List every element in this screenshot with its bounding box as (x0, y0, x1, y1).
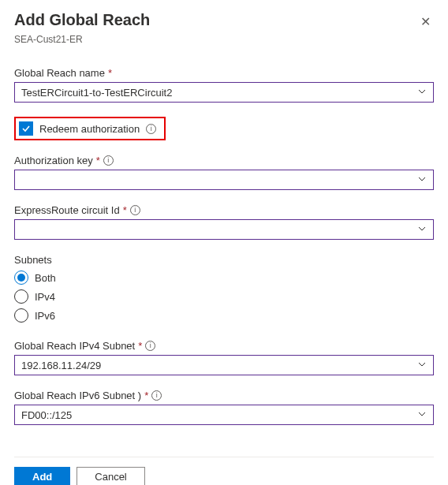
close-icon[interactable]: ✕ (417, 11, 434, 32)
input-value: FD00::/125 (21, 409, 72, 421)
input-value: 192.168.11.24/29 (21, 360, 101, 371)
label-text: Authorization key (14, 155, 93, 166)
authorization-key-label: Authorization key * i (14, 155, 434, 166)
required-indicator: * (123, 204, 127, 216)
radio-indicator (14, 308, 28, 323)
panel-title: Add Global Reach (14, 11, 150, 29)
chevron-down-icon (417, 174, 427, 186)
ipv4-subnet-label: Global Reach IPv4 Subnet * i (14, 340, 434, 352)
expressroute-circuit-id-label: ExpressRoute circuit Id * i (14, 204, 434, 216)
required-indicator: * (138, 340, 142, 352)
redeem-authorization-row[interactable]: Redeem authorization i (14, 117, 166, 140)
chevron-down-icon (417, 409, 427, 421)
radio-indicator (14, 270, 28, 285)
required-indicator: * (144, 390, 148, 401)
subnets-radio-ipv4[interactable]: IPv4 (14, 289, 434, 304)
global-reach-name-label: Global Reach name * (14, 67, 434, 79)
redeem-authorization-checkbox[interactable] (19, 121, 33, 136)
panel-subtitle: SEA-Cust21-ER (14, 34, 434, 45)
radio-label: IPv4 (35, 291, 55, 303)
info-icon[interactable]: i (151, 390, 162, 401)
ipv4-subnet-input[interactable]: 192.168.11.24/29 (14, 355, 434, 375)
global-reach-name-input[interactable]: TestERCircuit1-to-TestERCircuit2 (14, 82, 434, 103)
info-icon[interactable]: i (146, 124, 156, 134)
expressroute-circuit-id-input[interactable] (14, 219, 434, 240)
radio-label: Both (35, 272, 56, 284)
subnets-label: Subnets (14, 254, 434, 266)
label-text: Global Reach name (14, 67, 105, 79)
radio-indicator (14, 289, 28, 304)
subnets-radio-both[interactable]: Both (14, 270, 434, 285)
label-text: ExpressRoute circuit Id (14, 204, 120, 216)
info-icon[interactable]: i (130, 205, 140, 215)
redeem-authorization-label: Redeem authorization (39, 123, 140, 135)
required-indicator: * (96, 155, 100, 166)
required-indicator: * (108, 67, 112, 79)
radio-label: IPv6 (35, 310, 55, 322)
authorization-key-input[interactable] (14, 170, 434, 190)
subnets-radio-ipv6[interactable]: IPv6 (14, 308, 434, 323)
ipv6-subnet-label: Global Reach IPv6 Subnet ) * i (14, 390, 434, 401)
chevron-down-icon (417, 87, 427, 99)
info-icon[interactable]: i (145, 341, 155, 351)
info-icon[interactable]: i (103, 155, 114, 166)
label-text: Global Reach IPv6 Subnet ) (14, 390, 141, 401)
input-value: TestERCircuit1-to-TestERCircuit2 (21, 87, 172, 99)
add-button[interactable]: Add (14, 467, 70, 485)
cancel-button[interactable]: Cancel (77, 467, 144, 485)
ipv6-subnet-input[interactable]: FD00::/125 (14, 405, 434, 425)
label-text: Global Reach IPv4 Subnet (14, 340, 135, 352)
chevron-down-icon (417, 360, 427, 371)
chevron-down-icon (417, 224, 427, 236)
